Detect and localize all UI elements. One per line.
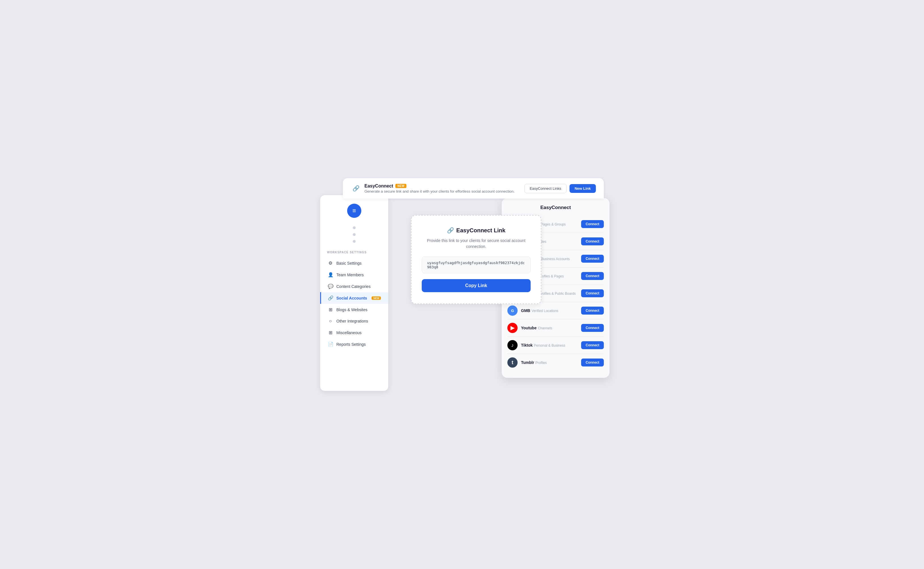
easyconnect-icon: 🔗 [351, 183, 361, 193]
logo: ≡ [347, 204, 361, 218]
misc-icon: ⊞ [328, 330, 333, 335]
connect-button-gmb[interactable]: Connect [581, 307, 604, 315]
sidebar-item-label: Team Members [336, 272, 363, 277]
sidebar-item-social-accounts[interactable]: 🔗 Social Accounts NEW [320, 292, 388, 304]
connect-button-instagram[interactable]: Connect [581, 255, 604, 263]
sidebar-item-label: Social Accounts [336, 296, 367, 300]
connect-button-facebook[interactable]: Connect [581, 220, 604, 228]
banner-title-row: EasyConnect NEW [365, 184, 514, 189]
social-panel-title: EasyConnect [508, 205, 604, 210]
sidebar-item-team-members[interactable]: 👤 Team Members [320, 269, 388, 280]
sidebar-item-miscellaneous[interactable]: ⊞ Miscellaneous [320, 327, 388, 338]
tumblr-icon: t [508, 358, 518, 368]
connect-button-linkedin[interactable]: Connect [581, 272, 604, 280]
social-item-tumblr: t Tumblr Profiles Connect [508, 354, 604, 371]
sidebar-item-content-categories[interactable]: 💬 Content Categories [320, 280, 388, 292]
banner-subtitle: Generate a secure link and share it with… [365, 189, 514, 193]
social-sub-pinterest: Profiles & Public Boards [539, 292, 576, 295]
copy-link-button[interactable]: Copy Link [422, 279, 530, 292]
social-name-tiktok: Tiktok [521, 343, 533, 347]
social-item-left-tiktok: ♪ Tiktok Personal & Business [508, 340, 565, 350]
modal-title: EasyConnect Link [456, 227, 505, 234]
sidebar-item-label: Content Categories [336, 284, 371, 289]
social-item-info: Tiktok Personal & Business [521, 343, 565, 348]
banner-left: 🔗 EasyConnect NEW Generate a secure link… [351, 183, 514, 193]
modal-link-icon: 🔗 [447, 227, 454, 234]
connect-button-tiktok[interactable]: Connect [581, 341, 604, 349]
sidebar: ≡ WORKSPACE SETTINGS ⚙ Basic Settings 👤 … [320, 195, 388, 391]
chat-icon: 💬 [328, 284, 333, 289]
social-item-info: Youtube Channels [521, 326, 552, 330]
dot-2 [353, 233, 356, 236]
social-item-left-gmb: G GMB Verified Locations [508, 306, 558, 316]
easyconnect-links-button[interactable]: EasyConnect Links [524, 184, 567, 193]
connect-button-youtube[interactable]: Connect [581, 324, 604, 332]
tiktok-icon: ♪ [508, 340, 518, 350]
sidebar-logo: ≡ [320, 201, 388, 224]
modal-title-row: 🔗 EasyConnect Link [422, 227, 530, 234]
sidebar-item-label: Other Integrations [336, 319, 368, 323]
social-item-left-youtube: ▶ Youtube Channels [508, 323, 552, 333]
social-item-youtube: ▶ Youtube Channels Connect [508, 319, 604, 337]
social-sub-facebook: Pages & Groups [541, 222, 566, 226]
top-banner: 🔗 EasyConnect NEW Generate a secure link… [343, 178, 604, 199]
gmb-icon: G [508, 306, 518, 316]
social-name-youtube: Youtube [521, 326, 536, 330]
sidebar-item-reports-settings[interactable]: 📄 Reports Settings [320, 338, 388, 350]
main-area: 🔗 EasyConnect Link Provide this link to … [394, 198, 604, 391]
new-link-button[interactable]: New Link [570, 184, 596, 193]
sidebar-dots [320, 224, 388, 248]
dot-3 [353, 240, 356, 243]
social-sub-instagram: Business Accounts [541, 257, 570, 261]
social-sub-tumblr: Profiles [535, 361, 547, 365]
easyconnect-link-modal: 🔗 EasyConnect Link Provide this link to … [411, 215, 541, 304]
sidebar-item-blogs-websites[interactable]: ⊞ Blogs & Websites [320, 304, 388, 315]
link-icon: 🔗 [328, 295, 333, 301]
connect-button-tumblr[interactable]: Connect [581, 359, 604, 367]
banner-text: EasyConnect NEW Generate a secure link a… [365, 184, 514, 193]
social-name-tumblr: Tumblr [521, 360, 534, 365]
sidebar-item-label: Miscellaneous [336, 330, 362, 335]
sidebar-item-label: Blogs & Websites [336, 307, 367, 312]
users-icon: 👤 [328, 272, 333, 277]
integrations-icon: ○ [328, 318, 333, 324]
link-display: uyasgfuyfsagdfhjasdgfuyasdgfauskf982374z… [422, 256, 530, 274]
social-item-tiktok: ♪ Tiktok Personal & Business Connect [508, 337, 604, 354]
social-item-info: Tumblr Profiles [521, 360, 547, 365]
sidebar-item-other-integrations[interactable]: ○ Other Integrations [320, 315, 388, 327]
banner-new-badge: NEW [395, 184, 406, 188]
social-sub-tiktok: Personal & Business [534, 344, 565, 347]
social-sub-youtube: Channels [538, 326, 552, 330]
social-sub-linkedin: Profiles & Pages [539, 274, 564, 278]
gear-icon: ⚙ [328, 260, 333, 266]
blog-icon: ⊞ [328, 307, 333, 312]
banner-title: EasyConnect [365, 184, 393, 189]
dot-1 [353, 226, 356, 229]
connect-button-twitter[interactable]: Connect [581, 237, 604, 245]
social-name-gmb: GMB [521, 308, 530, 313]
modal-subtitle: Provide this link to your clients for se… [422, 238, 530, 250]
social-item-left-tumblr: t Tumblr Profiles [508, 358, 547, 368]
connect-button-pinterest[interactable]: Connect [581, 289, 604, 297]
reports-icon: 📄 [328, 342, 333, 347]
social-sub-gmb: Verified Locations [532, 309, 558, 313]
banner-actions: EasyConnect Links New Link [524, 184, 596, 193]
social-item-gmb: G GMB Verified Locations Connect [508, 302, 604, 319]
social-item-info: GMB Verified Locations [521, 308, 558, 313]
social-accounts-new-badge: NEW [372, 297, 381, 300]
youtube-icon: ▶ [508, 323, 518, 333]
sidebar-item-label: Basic Settings [336, 261, 362, 265]
sidebar-item-label: Reports Settings [336, 342, 366, 347]
sidebar-item-basic-settings[interactable]: ⚙ Basic Settings [320, 257, 388, 269]
sidebar-section-label: WORKSPACE SETTINGS [320, 248, 388, 257]
